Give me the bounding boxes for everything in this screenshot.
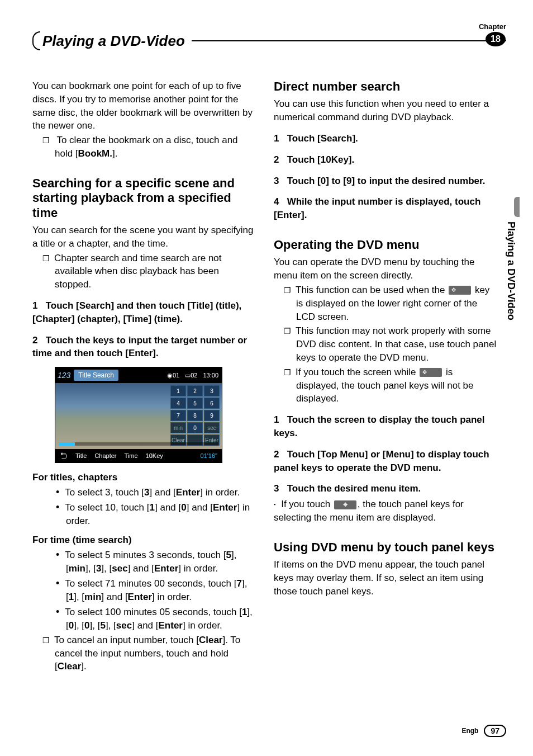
dpad-icon: ✥ [420,368,442,377]
dpad-icon: ✥ [449,286,471,295]
section-side-tab: Playing a DVD-Video [505,197,518,349]
keypad: 123 456 789 min0sec ClearEnter [170,385,220,446]
titles-chapters-subhead: For titles, chapters [32,471,256,484]
cancel-input-note: To cancel an input number, touch [Clear]… [55,634,256,673]
touch-panel-desc: If items on the DVD menu appear, the tou… [274,558,497,598]
touch-panel-heading: Using DVD menu by touch panel keys [274,540,497,555]
operating-menu-heading: Operating the DVD menu [274,238,497,252]
chapter-number-badge: 18 [485,31,506,49]
search-availability-note: Chapter search and time search are not a… [55,252,256,291]
intro-paragraph: You can bookmark one point for each of u… [32,79,256,133]
om-step-2: 2 Touch [Top Menu] or [Menu] to display … [274,448,497,475]
menu-note-1: This function can be used when the ✥ key… [296,284,497,323]
direct-number-heading: Direct number search [274,79,497,94]
dpad-icon: ✥ [334,500,356,509]
right-column: Direct number search You can use this fu… [274,79,497,674]
select-100m5s: To select 100 minutes 05 seconds, touch … [66,605,256,632]
direct-number-desc: You can use this function when you need … [274,97,497,124]
search-scene-desc: You can search for the scene you want by… [32,224,256,251]
select-3: To select 3, touch [3] and [Enter] in or… [66,485,256,499]
page-title: Playing a DVD-Video [40,32,191,50]
touch-panel-note: If you touch ✥, the touch panel keys for… [274,498,497,525]
page-footer: Engb 97 [461,725,506,737]
search-scene-heading: Searching for a specific scene and start… [32,176,256,220]
dn-step-3: 3 Touch [0] to [9] to input the desired … [274,174,497,188]
clear-bookmark-note: To clear the bookmark on a disc, touch a… [55,134,256,160]
dn-step-1: 1 Touch [Search]. [274,132,497,145]
menu-note-2: This function may not work properly with… [296,324,497,364]
select-10: To select 10, touch [1] and [0] and [Ent… [66,500,256,528]
dn-step-4: 4 While the input number is displayed, t… [274,195,497,222]
om-step-3: 3 Touch the desired menu item. [274,482,497,495]
chapter-label: Chapter [479,22,506,31]
time-search-subhead: For time (time search) [32,533,256,547]
step-1: 1 Touch [Search] and then touch [Title] … [32,299,256,326]
svg-text:18: 18 [491,34,501,44]
left-column: You can bookmark one point for each of u… [32,79,256,674]
dn-step-2: 2 Touch [10Key]. [274,153,497,167]
language-code: Engb [461,727,478,735]
page-number: 97 [484,725,506,737]
select-71m: To select 71 minutes 00 seconds, touch [… [66,577,256,604]
select-5m3s: To select 5 minutes 3 seconds, touch [5]… [66,548,256,575]
title-search-screenshot: 123 Title Search ◉01▭0213:00 123 456 789… [55,367,222,463]
operating-menu-desc: You can operate the DVD menu by touching… [274,256,497,282]
page-title-bar: Playing a DVD-Video [32,31,506,50]
step-2: 2 Touch the keys to input the target num… [32,334,256,361]
om-step-1: 1 Touch the screen to display the touch … [274,413,497,440]
menu-note-3: If you touch the screen while ✥ is displ… [296,366,497,405]
